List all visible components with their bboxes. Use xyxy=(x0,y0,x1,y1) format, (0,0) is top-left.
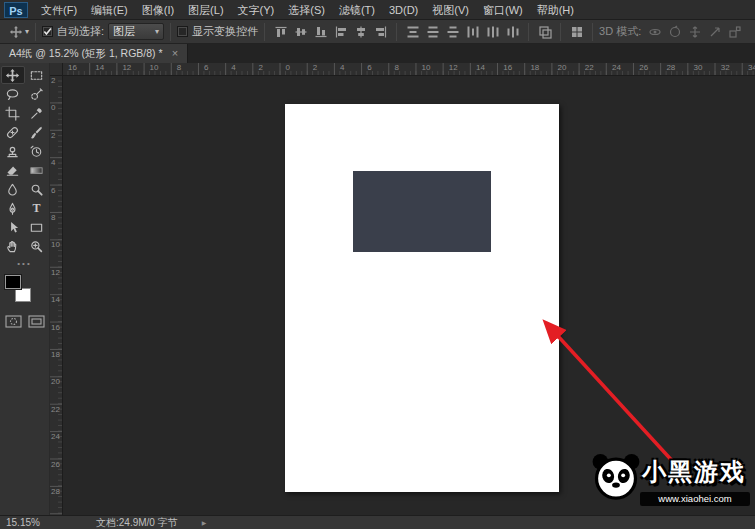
watermark-title: 小黑游戏 xyxy=(642,456,746,488)
distribute-button-group xyxy=(403,23,522,41)
ruler-label: 28 xyxy=(666,64,675,72)
document-tab-bar: A4纸 @ 15.2% (矩形 1, RGB/8) * × xyxy=(0,44,755,63)
eraser-tool[interactable] xyxy=(1,161,25,179)
path-selection-tool[interactable] xyxy=(1,218,25,236)
separator xyxy=(592,23,593,41)
document-page[interactable] xyxy=(285,104,559,492)
show-transform-checkbox[interactable] xyxy=(177,26,188,37)
align-bottom-edges-button[interactable] xyxy=(311,23,330,41)
document-size-info: 文档:24.9M/0 字节 xyxy=(96,516,178,529)
lasso-tool[interactable] xyxy=(1,85,25,103)
3d-scale-icon[interactable] xyxy=(725,23,744,41)
move-tool[interactable] xyxy=(1,66,25,84)
distribute-top-edges-button[interactable] xyxy=(403,23,422,41)
screen-mode-button[interactable] xyxy=(28,314,45,332)
zoom-tool[interactable] xyxy=(25,237,49,255)
3d-slide-icon[interactable] xyxy=(705,23,724,41)
gradient-tool[interactable] xyxy=(25,161,49,179)
tab-close-icon[interactable]: × xyxy=(172,48,178,59)
foreground-color-swatch[interactable] xyxy=(5,275,21,289)
brush-tool[interactable] xyxy=(25,123,49,141)
menu-window[interactable]: 窗口(W) xyxy=(476,0,530,20)
ruler-label: 8 xyxy=(51,214,55,222)
align-vertical-centers-button[interactable] xyxy=(291,23,310,41)
status-menu-arrow-icon[interactable]: ▶ xyxy=(202,519,207,526)
pen-tool[interactable] xyxy=(1,199,25,217)
crop-tool[interactable] xyxy=(1,104,25,122)
horizontal-ruler: 1614121086420246810121416182022242628303… xyxy=(63,63,755,76)
menu-file[interactable]: 文件(F) xyxy=(34,0,84,20)
eyedropper-tool[interactable] xyxy=(25,104,49,122)
auto-select-value: 图层 xyxy=(113,24,135,39)
distribute-right-edges-button[interactable] xyxy=(503,23,522,41)
auto-align-layers-button[interactable] xyxy=(535,23,554,41)
ruler-label: 20 xyxy=(51,378,60,386)
menu-filter[interactable]: 滤镜(T) xyxy=(332,0,382,20)
auto-select-dropdown[interactable]: 图层 ▾ xyxy=(108,23,164,40)
menu-edit[interactable]: 编辑(E) xyxy=(84,0,135,20)
ruler-label: 16 xyxy=(503,64,512,72)
spot-healing-brush-tool[interactable] xyxy=(1,123,25,141)
3d-rotate-icon[interactable] xyxy=(645,23,664,41)
history-brush-tool[interactable] xyxy=(25,142,49,160)
align-top-edges-button[interactable] xyxy=(271,23,290,41)
ruler-label: 26 xyxy=(639,64,648,72)
ruler-corner xyxy=(50,63,63,76)
quick-selection-tool[interactable] xyxy=(25,85,49,103)
auto-select-checkbox[interactable] xyxy=(42,26,53,37)
ruler-label: 10 xyxy=(422,64,431,72)
align-right-edges-button[interactable] xyxy=(371,23,390,41)
distribute-left-edges-button[interactable] xyxy=(463,23,482,41)
ruler-label: 2 xyxy=(51,132,55,140)
separator xyxy=(528,23,529,41)
menu-select[interactable]: 选择(S) xyxy=(281,0,332,20)
menu-image[interactable]: 图像(I) xyxy=(135,0,181,20)
edit-toolbar-button[interactable]: ••• xyxy=(0,259,49,268)
distribute-bottom-edges-button[interactable] xyxy=(443,23,462,41)
rectangle-tool[interactable] xyxy=(25,218,49,236)
ruler-label: 12 xyxy=(122,64,131,72)
menu-view[interactable]: 视图(V) xyxy=(425,0,476,20)
ruler-label: 34 xyxy=(748,64,755,72)
ruler-label: 14 xyxy=(95,64,104,72)
workspace-grid-button[interactable] xyxy=(567,23,586,41)
3d-roll-icon[interactable] xyxy=(665,23,684,41)
tool-preset-picker[interactable] xyxy=(6,23,25,41)
document-tab[interactable]: A4纸 @ 15.2% (矩形 1, RGB/8) * × xyxy=(0,44,188,63)
background-color-swatch[interactable] xyxy=(15,288,31,302)
distribute-horizontal-centers-button[interactable] xyxy=(483,23,502,41)
ruler-label: 6 xyxy=(51,187,55,195)
vertical-ruler: 20246810121416182022242628 xyxy=(50,76,63,515)
ruler-label: 28 xyxy=(51,488,60,496)
tools-panel: T ••• xyxy=(0,63,50,515)
ruler-label: 2 xyxy=(258,64,262,72)
ruler-label: 30 xyxy=(694,64,703,72)
menu-layer[interactable]: 图层(L) xyxy=(181,0,230,20)
separator xyxy=(396,23,397,41)
photoshop-logo: Ps xyxy=(4,2,28,18)
ruler-label: 12 xyxy=(51,269,60,277)
ruler-label: 22 xyxy=(51,406,60,414)
ruler-label: 4 xyxy=(51,159,55,167)
3d-drag-icon[interactable] xyxy=(685,23,704,41)
dodge-tool[interactable] xyxy=(25,180,49,198)
distribute-vertical-centers-button[interactable] xyxy=(423,23,442,41)
ruler-label: 8 xyxy=(394,64,398,72)
quick-mask-button[interactable] xyxy=(5,314,22,332)
menu-type[interactable]: 文字(Y) xyxy=(231,0,282,20)
hand-tool[interactable] xyxy=(1,237,25,255)
align-horizontal-centers-button[interactable] xyxy=(351,23,370,41)
rectangular-marquee-tool[interactable] xyxy=(25,66,49,84)
clone-stamp-tool[interactable] xyxy=(1,142,25,160)
blur-tool[interactable] xyxy=(1,180,25,198)
ruler-label: 12 xyxy=(449,64,458,72)
ruler-label: 2 xyxy=(51,77,55,85)
align-left-edges-button[interactable] xyxy=(331,23,350,41)
rectangle-shape-layer[interactable] xyxy=(353,171,491,252)
ruler-label: 32 xyxy=(721,64,730,72)
zoom-level-field[interactable]: 15.15% xyxy=(6,517,86,528)
menu-help[interactable]: 帮助(H) xyxy=(530,0,581,20)
type-tool[interactable]: T xyxy=(25,199,49,217)
menu-3d[interactable]: 3D(D) xyxy=(382,0,425,20)
menu-bar: Ps 文件(F) 编辑(E) 图像(I) 图层(L) 文字(Y) 选择(S) 滤… xyxy=(0,0,755,20)
